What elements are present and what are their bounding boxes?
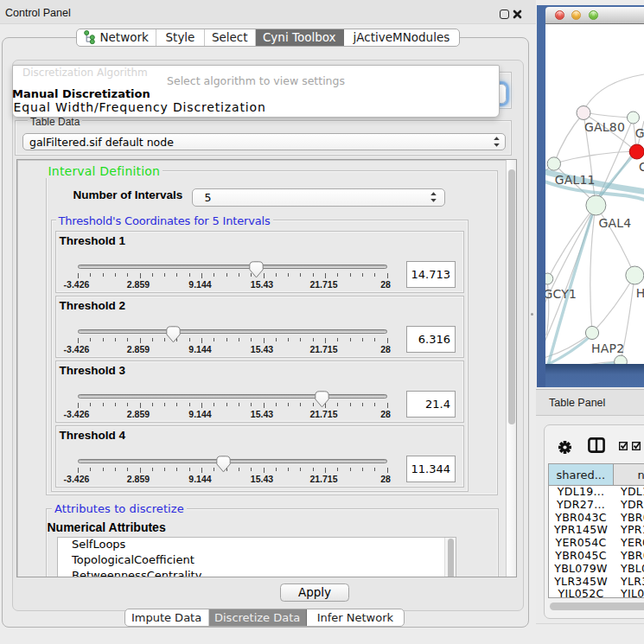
splitter-handle[interactable] xyxy=(531,313,533,316)
attributes-list-scrollbar[interactable] xyxy=(444,538,456,577)
slider-tick-label: 2.859 xyxy=(127,344,150,354)
threshold-slider-thumb[interactable] xyxy=(216,456,231,473)
tab-infer-network[interactable]: Infer Network xyxy=(307,609,404,626)
checkbox-icon[interactable] xyxy=(632,441,641,450)
gear-icon[interactable] xyxy=(558,441,571,454)
network-node[interactable] xyxy=(629,144,644,159)
threshold-slider-thumb[interactable] xyxy=(249,261,264,278)
tab-select[interactable]: Select xyxy=(205,29,256,47)
table-cell[interactable]: YLR345W xyxy=(549,575,613,588)
table-panel-titlebar: Table Panel xyxy=(536,389,644,416)
network-edge[interactable] xyxy=(583,112,633,118)
minimize-traffic-light[interactable] xyxy=(571,10,581,20)
threshold-slider-thumb[interactable] xyxy=(166,326,181,343)
tab-jactivemnodules[interactable]: jActiveMNodules xyxy=(344,29,459,47)
slider-tick xyxy=(387,468,388,473)
tab-style[interactable]: Style xyxy=(156,29,204,47)
network-node[interactable] xyxy=(628,112,640,124)
algorithm-option-manual[interactable]: Manual Discretization xyxy=(12,87,150,100)
threshold-value-field[interactable]: 21.4 xyxy=(406,391,456,418)
threshold-slider-track[interactable] xyxy=(78,265,387,270)
table-cell[interactable]: YER054C xyxy=(549,536,613,549)
slider-tick xyxy=(214,403,214,406)
slider-tick xyxy=(152,403,153,406)
network-edge[interactable] xyxy=(590,206,596,333)
network-node[interactable] xyxy=(545,273,553,284)
network-canvas[interactable]: GAL80GACYGAL11GAL4GCY1HHAP2 xyxy=(545,24,644,364)
slider-tick xyxy=(103,468,104,471)
table-hscrollbar[interactable] xyxy=(549,602,644,611)
network-edge[interactable] xyxy=(548,206,596,278)
table-cell[interactable]: YPR145W xyxy=(549,523,613,536)
attributes-list-scrollbar-thumb[interactable] xyxy=(448,539,455,577)
numerical-attributes-list[interactable]: SelfLoopsTopologicalCoefficientBetweenne… xyxy=(57,537,456,577)
threshold-slider-track[interactable] xyxy=(78,394,387,399)
threshold-label: Threshold 4 xyxy=(60,429,126,442)
algorithm-option-equal-width[interactable]: Equal Width/Frequency Discretization xyxy=(14,100,266,114)
network-node-label: GAL80 xyxy=(584,120,625,134)
split-columns-icon[interactable] xyxy=(588,437,605,453)
table-cell[interactable]: YDR27... xyxy=(549,498,613,511)
network-node[interactable] xyxy=(586,195,606,215)
settings-scrollbar-thumb[interactable] xyxy=(508,169,515,424)
network-node[interactable] xyxy=(626,266,644,284)
table-data-select[interactable]: galFiltered.sif default node xyxy=(22,133,506,150)
close-traffic-light[interactable] xyxy=(555,10,564,20)
network-node[interactable] xyxy=(547,157,560,170)
network-node[interactable] xyxy=(615,355,628,364)
settings-scrollbar[interactable] xyxy=(506,160,516,577)
tab-discretize-data[interactable]: Discretize Data xyxy=(209,609,307,626)
threshold-slider-track[interactable] xyxy=(78,329,387,335)
tab-network[interactable]: Network xyxy=(77,29,156,47)
network-edge[interactable] xyxy=(597,152,636,200)
table-cell[interactable]: YBR0 xyxy=(621,511,644,524)
slider-tick xyxy=(127,468,128,471)
table-column-header[interactable]: na xyxy=(614,464,644,486)
tab-impute-data[interactable]: Impute Data xyxy=(125,609,209,626)
table-column-header[interactable]: shared... xyxy=(549,464,614,486)
close-icon[interactable] xyxy=(513,10,522,19)
table-cell[interactable]: YER0 xyxy=(621,536,644,549)
slider-tick xyxy=(313,468,314,471)
network-edge[interactable] xyxy=(554,151,636,163)
table-cell[interactable]: YBR043C xyxy=(549,511,613,524)
table-cell[interactable]: YDR2 xyxy=(621,498,644,511)
threshold-value-field[interactable]: 14.713 xyxy=(406,261,456,288)
threshold-slider-track[interactable] xyxy=(78,459,387,464)
slider-tick xyxy=(251,468,252,471)
threshold-slider-thumb[interactable] xyxy=(315,391,329,408)
slider-tick xyxy=(189,468,190,471)
table-cell[interactable]: YIL0 xyxy=(621,587,644,597)
network-edge[interactable] xyxy=(586,74,644,106)
network-node[interactable] xyxy=(585,326,598,339)
slider-tick xyxy=(201,403,202,408)
tab-cyni-toolbox[interactable]: Cyni Toolbox xyxy=(256,29,344,47)
attribute-item[interactable]: BetweennessCentrality xyxy=(72,569,201,577)
network-node[interactable] xyxy=(577,106,590,120)
network-edge[interactable] xyxy=(554,113,583,163)
number-of-intervals-label: Number of Intervals xyxy=(73,188,183,201)
table-cell[interactable]: YBR0 xyxy=(621,549,644,562)
table-cell[interactable]: YDL19... xyxy=(549,485,613,498)
threshold-value-field[interactable]: 6.316 xyxy=(406,326,456,353)
table-cell[interactable]: YDL1 xyxy=(621,485,644,498)
slider-tick xyxy=(325,338,326,343)
table-cell[interactable]: YBL079W xyxy=(549,562,613,575)
number-of-intervals-select[interactable]: 5 xyxy=(192,188,445,207)
table-cell[interactable]: YLR3 xyxy=(621,575,644,588)
checkbox-icon[interactable] xyxy=(619,441,628,450)
table-cell[interactable]: YIL052C xyxy=(549,587,613,597)
zoom-traffic-light[interactable] xyxy=(589,10,598,20)
table-cell[interactable]: YBL0 xyxy=(621,562,644,575)
float-window-icon[interactable] xyxy=(500,10,510,20)
attribute-item[interactable]: SelfLoops xyxy=(72,538,125,551)
table-cell[interactable]: YPR1 xyxy=(621,523,644,536)
attribute-item[interactable]: TopologicalCoefficient xyxy=(72,553,194,566)
table-hscrollbar-thumb[interactable] xyxy=(550,603,644,610)
slider-tick xyxy=(164,273,165,277)
network-graph[interactable]: GAL80GACYGAL11GAL4GCY1HHAP2 xyxy=(545,24,644,364)
apply-button[interactable]: Apply xyxy=(280,583,349,602)
table-cell[interactable]: YBR045C xyxy=(549,549,613,562)
node-table[interactable]: shared...naYDL19...YDL1YDR27...YDR2YBR04… xyxy=(548,463,644,598)
threshold-value-field[interactable]: 11.344 xyxy=(406,456,456,482)
